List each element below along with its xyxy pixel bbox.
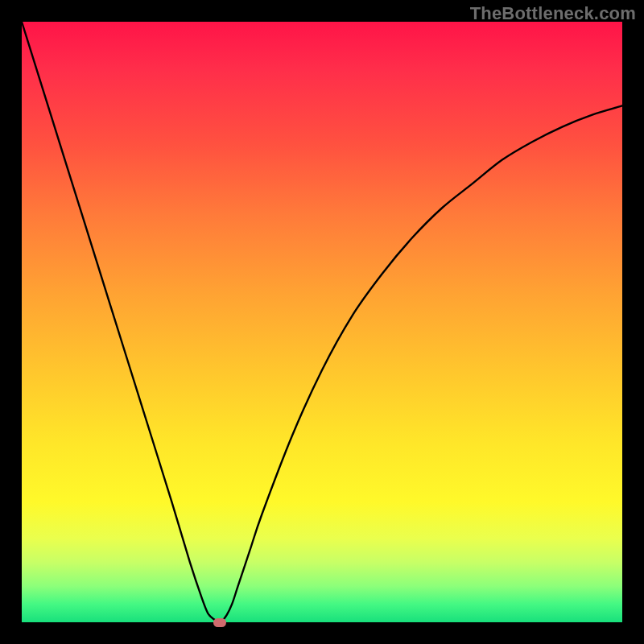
- chart-plot-area: [22, 22, 622, 622]
- watermark-label: TheBottleneck.com: [470, 3, 636, 24]
- bottleneck-curve: [22, 22, 622, 622]
- minimum-marker-icon: [213, 618, 226, 627]
- chart-stage: TheBottleneck.com: [0, 0, 644, 644]
